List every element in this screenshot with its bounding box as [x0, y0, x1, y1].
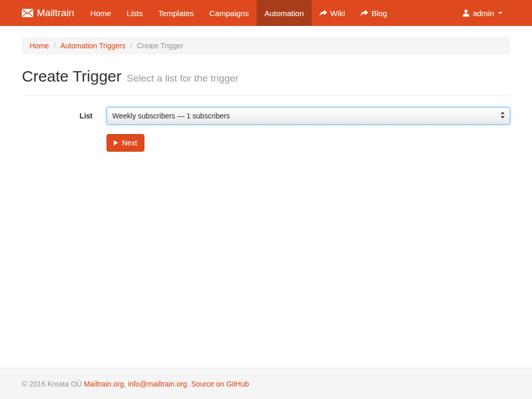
footer-separator: . — [187, 380, 189, 388]
user-icon — [462, 9, 470, 17]
page-subtitle: Select a list for the trigger — [127, 73, 238, 84]
nav-item-wiki[interactable]: Wiki — [312, 0, 353, 26]
footer-separator: , — [124, 380, 126, 388]
breadcrumb-current: Create Trigger — [137, 41, 183, 51]
nav-item-home[interactable]: Home — [83, 0, 119, 26]
email-link[interactable]: info@mailtrain.org — [128, 380, 187, 388]
list-form-row: List Weekly subscribers — 1 subscribers — [22, 107, 510, 125]
next-button-label: Next — [122, 139, 137, 147]
page-footer: © 2016 Kreata OÜMailtrain.org,info@mailt… — [0, 368, 532, 399]
main-nav: Home Lists Templates Campaigns Automatio… — [83, 0, 395, 26]
brand-label: Mailtrain — [37, 7, 74, 19]
chevron-down-icon — [498, 12, 502, 14]
play-icon — [114, 140, 118, 145]
breadcrumb-separator: / — [126, 41, 137, 51]
nav-item-automation[interactable]: Automation — [257, 0, 312, 26]
list-select-value: Weekly subscribers — 1 subscribers — [112, 112, 230, 120]
next-button[interactable]: Next — [107, 134, 144, 152]
nav-item-label: Home — [90, 9, 111, 18]
nav-item-label: Campaigns — [209, 9, 249, 18]
copyright-text: © 2016 Kreata OÜ — [22, 380, 82, 388]
nav-item-blog[interactable]: Blog — [353, 0, 395, 26]
breadcrumb-automation-triggers-link[interactable]: Automation Triggers — [60, 41, 125, 51]
page-header: Create TriggerSelect a list for the trig… — [22, 67, 510, 96]
user-menu[interactable]: admin — [455, 0, 510, 26]
breadcrumb: Home / Automation Triggers / Create Trig… — [22, 37, 510, 55]
select-spinner-icon — [500, 112, 505, 120]
share-icon — [361, 10, 368, 17]
mailtrain-org-link[interactable]: Mailtrain.org — [84, 380, 124, 388]
top-navbar: Mailtrain Home Lists Templates Campaigns… — [0, 0, 532, 26]
page-title: Create Trigger — [22, 68, 122, 85]
brand-link[interactable]: Mailtrain — [22, 0, 83, 26]
nav-item-templates[interactable]: Templates — [151, 0, 202, 26]
nav-item-lists[interactable]: Lists — [119, 0, 151, 26]
list-field-label: List — [22, 107, 107, 125]
nav-item-campaigns[interactable]: Campaigns — [202, 0, 257, 26]
nav-item-label: Templates — [158, 9, 194, 18]
nav-item-label: Blog — [371, 9, 387, 18]
envelope-icon — [22, 9, 33, 17]
nav-item-label: Lists — [127, 9, 143, 18]
user-label: admin — [473, 9, 494, 18]
share-icon — [320, 10, 327, 17]
nav-item-label: Automation — [264, 9, 304, 18]
actions-row: Next — [22, 134, 510, 152]
source-github-link[interactable]: Source on GitHub — [191, 380, 249, 388]
list-select[interactable]: Weekly subscribers — 1 subscribers — [107, 107, 510, 125]
breadcrumb-separator: / — [49, 41, 60, 51]
nav-item-label: Wiki — [330, 9, 345, 18]
breadcrumb-home-link[interactable]: Home — [30, 41, 49, 51]
